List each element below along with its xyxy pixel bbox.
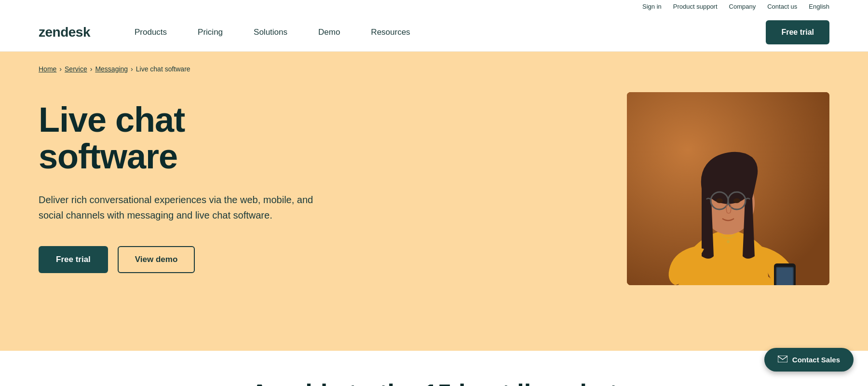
hero-buttons: Free trial View demo [39,246,318,273]
product-support-link[interactable]: Product support [673,3,718,10]
breadcrumb-sep-1: › [59,65,62,73]
hero-content: Live chat software Deliver rich conversa… [39,83,829,351]
hero-title: Live chat software [39,102,318,175]
breadcrumb-current: Live chat software [136,65,190,73]
svg-point-8 [716,198,723,203]
contact-sales-label: Contact Sales [792,356,840,364]
nav-item-pricing[interactable]: Pricing [182,13,238,52]
hero-view-demo-button[interactable]: View demo [118,246,195,273]
nav-free-trial-button[interactable]: Free trial [766,20,829,44]
hero-text: Live chat software Deliver rich conversa… [39,83,318,273]
hero-image [627,92,829,285]
svg-rect-15 [778,356,787,362]
company-link[interactable]: Company [729,3,756,10]
breadcrumb-messaging[interactable]: Messaging [95,65,128,73]
hero-section: Home › Service › Messaging › Live chat s… [0,52,868,351]
breadcrumb-sep-3: › [131,65,133,73]
bottom-section-title: A guide to the 15 best live chat [39,380,829,386]
contact-us-link[interactable]: Contact us [767,3,797,10]
breadcrumb-home[interactable]: Home [39,65,56,73]
utility-bar: Sign in Product support Company Contact … [0,0,868,13]
breadcrumb-sep-2: › [90,65,93,73]
svg-point-10 [727,240,730,243]
person-illustration [627,92,829,285]
nav-links: Products Pricing Solutions Demo Resource… [119,13,766,52]
hero-free-trial-button[interactable]: Free trial [39,246,108,273]
hero-description: Deliver rich conversational experiences … [39,192,318,223]
contact-sales-button[interactable]: Contact Sales [764,348,854,372]
language-selector[interactable]: English [809,3,829,10]
breadcrumb-service[interactable]: Service [65,65,87,73]
main-nav: zendesk Products Pricing Solutions Demo … [0,13,868,52]
person-figure [627,92,829,285]
nav-item-demo[interactable]: Demo [303,13,355,52]
nav-item-solutions[interactable]: Solutions [238,13,303,52]
svg-rect-14 [777,268,793,285]
envelope-icon [778,356,787,364]
bottom-section: A guide to the 15 best live chat [0,351,868,386]
sign-in-link[interactable]: Sign in [642,3,662,10]
nav-item-resources[interactable]: Resources [355,13,425,52]
breadcrumb: Home › Service › Messaging › Live chat s… [39,52,829,83]
logo[interactable]: zendesk [39,25,90,40]
svg-point-9 [733,198,740,203]
nav-item-products[interactable]: Products [119,13,182,52]
